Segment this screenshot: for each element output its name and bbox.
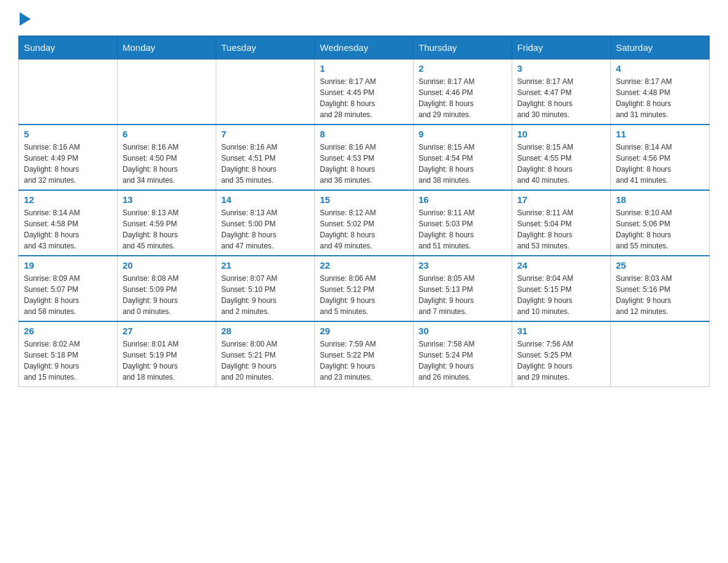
day-number: 22 — [320, 260, 408, 270]
calendar-week-row: 26Sunrise: 8:02 AMSunset: 5:18 PMDayligh… — [19, 321, 710, 387]
day-info: Sunrise: 7:56 AMSunset: 5:25 PMDaylight:… — [517, 339, 605, 383]
day-info: Sunrise: 8:11 AMSunset: 5:04 PMDaylight:… — [517, 207, 605, 251]
calendar-header-row: SundayMondayTuesdayWednesdayThursdayFrid… — [19, 36, 710, 59]
day-number: 24 — [517, 260, 605, 270]
day-info: Sunrise: 8:13 AMSunset: 5:00 PMDaylight:… — [221, 207, 309, 251]
day-info: Sunrise: 8:17 AMSunset: 4:46 PMDaylight:… — [419, 76, 507, 120]
calendar-cell: 11Sunrise: 8:14 AMSunset: 4:56 PMDayligh… — [611, 124, 710, 190]
day-number: 1 — [320, 63, 408, 74]
day-info: Sunrise: 8:09 AMSunset: 5:07 PMDaylight:… — [24, 273, 112, 317]
day-number: 4 — [616, 63, 704, 74]
calendar-week-row: 1Sunrise: 8:17 AMSunset: 4:45 PMDaylight… — [19, 59, 710, 125]
calendar-cell: 31Sunrise: 7:56 AMSunset: 5:25 PMDayligh… — [512, 321, 611, 387]
calendar-cell: 21Sunrise: 8:07 AMSunset: 5:10 PMDayligh… — [216, 256, 315, 321]
calendar-cell: 9Sunrise: 8:15 AMSunset: 4:54 PMDaylight… — [414, 124, 512, 190]
calendar-cell: 6Sunrise: 8:16 AMSunset: 4:50 PMDaylight… — [118, 124, 216, 190]
day-info: Sunrise: 8:03 AMSunset: 5:16 PMDaylight:… — [616, 273, 704, 317]
day-info: Sunrise: 8:10 AMSunset: 5:06 PMDaylight:… — [616, 207, 704, 251]
day-info: Sunrise: 8:11 AMSunset: 5:03 PMDaylight:… — [419, 207, 507, 251]
day-info: Sunrise: 8:15 AMSunset: 4:55 PMDaylight:… — [517, 142, 605, 186]
calendar-cell: 10Sunrise: 8:15 AMSunset: 4:55 PMDayligh… — [512, 124, 611, 190]
calendar-cell: 19Sunrise: 8:09 AMSunset: 5:07 PMDayligh… — [19, 256, 118, 321]
weekday-header-saturday: Saturday — [611, 36, 710, 59]
day-info: Sunrise: 8:04 AMSunset: 5:15 PMDaylight:… — [517, 273, 605, 317]
day-number: 21 — [221, 260, 309, 270]
day-number: 3 — [517, 63, 605, 74]
day-number: 18 — [616, 194, 704, 205]
weekday-header-sunday: Sunday — [19, 36, 118, 59]
calendar-cell: 29Sunrise: 7:59 AMSunset: 5:22 PMDayligh… — [315, 321, 414, 387]
day-number: 16 — [419, 194, 507, 205]
day-info: Sunrise: 8:08 AMSunset: 5:09 PMDaylight:… — [123, 273, 211, 317]
day-number: 5 — [24, 129, 112, 139]
day-number: 26 — [24, 326, 112, 336]
calendar-cell: 16Sunrise: 8:11 AMSunset: 5:03 PMDayligh… — [414, 190, 512, 256]
calendar-cell: 27Sunrise: 8:01 AMSunset: 5:19 PMDayligh… — [118, 321, 216, 387]
calendar-cell: 25Sunrise: 8:03 AMSunset: 5:16 PMDayligh… — [611, 256, 710, 321]
day-number: 29 — [320, 326, 408, 336]
calendar-cell: 15Sunrise: 8:12 AMSunset: 5:02 PMDayligh… — [315, 190, 414, 256]
calendar-cell — [118, 59, 216, 125]
calendar-cell: 30Sunrise: 7:58 AMSunset: 5:24 PMDayligh… — [414, 321, 512, 387]
svg-marker-0 — [20, 12, 31, 26]
calendar-cell: 7Sunrise: 8:16 AMSunset: 4:51 PMDaylight… — [216, 124, 315, 190]
calendar-cell: 26Sunrise: 8:02 AMSunset: 5:18 PMDayligh… — [19, 321, 118, 387]
calendar-cell — [19, 59, 118, 125]
calendar-cell: 1Sunrise: 8:17 AMSunset: 4:45 PMDaylight… — [315, 59, 414, 125]
day-info: Sunrise: 8:16 AMSunset: 4:53 PMDaylight:… — [320, 142, 408, 186]
day-number: 25 — [616, 260, 704, 270]
calendar-cell: 13Sunrise: 8:13 AMSunset: 4:59 PMDayligh… — [118, 190, 216, 256]
weekday-header-thursday: Thursday — [414, 36, 512, 59]
logo-arrow-icon — [20, 12, 31, 26]
calendar-cell — [611, 321, 710, 387]
day-info: Sunrise: 8:17 AMSunset: 4:45 PMDaylight:… — [320, 76, 408, 120]
day-info: Sunrise: 8:14 AMSunset: 4:58 PMDaylight:… — [24, 207, 112, 251]
calendar-cell: 28Sunrise: 8:00 AMSunset: 5:21 PMDayligh… — [216, 321, 315, 387]
day-number: 28 — [221, 326, 309, 336]
calendar-cell: 5Sunrise: 8:16 AMSunset: 4:49 PMDaylight… — [19, 124, 118, 190]
day-number: 30 — [419, 326, 507, 336]
weekday-header-friday: Friday — [512, 36, 611, 59]
weekday-header-wednesday: Wednesday — [315, 36, 414, 59]
page-header — [18, 12, 710, 25]
calendar-cell: 17Sunrise: 8:11 AMSunset: 5:04 PMDayligh… — [512, 190, 611, 256]
day-number: 10 — [517, 129, 605, 139]
calendar-cell: 3Sunrise: 8:17 AMSunset: 4:47 PMDaylight… — [512, 59, 611, 125]
day-info: Sunrise: 8:17 AMSunset: 4:48 PMDaylight:… — [616, 76, 704, 120]
logo — [18, 12, 31, 25]
day-number: 17 — [517, 194, 605, 205]
day-number: 6 — [123, 129, 211, 139]
day-info: Sunrise: 8:00 AMSunset: 5:21 PMDaylight:… — [221, 339, 309, 383]
day-info: Sunrise: 8:02 AMSunset: 5:18 PMDaylight:… — [24, 339, 112, 383]
day-number: 2 — [419, 63, 507, 74]
day-info: Sunrise: 8:15 AMSunset: 4:54 PMDaylight:… — [419, 142, 507, 186]
day-number: 27 — [123, 326, 211, 336]
day-info: Sunrise: 7:58 AMSunset: 5:24 PMDaylight:… — [419, 339, 507, 383]
day-info: Sunrise: 8:16 AMSunset: 4:50 PMDaylight:… — [123, 142, 211, 186]
day-number: 15 — [320, 194, 408, 205]
day-number: 20 — [123, 260, 211, 270]
day-number: 31 — [517, 326, 605, 336]
calendar-table: SundayMondayTuesdayWednesdayThursdayFrid… — [18, 36, 710, 387]
calendar-cell: 22Sunrise: 8:06 AMSunset: 5:12 PMDayligh… — [315, 256, 414, 321]
calendar-cell: 8Sunrise: 8:16 AMSunset: 4:53 PMDaylight… — [315, 124, 414, 190]
weekday-header-tuesday: Tuesday — [216, 36, 315, 59]
calendar-cell: 20Sunrise: 8:08 AMSunset: 5:09 PMDayligh… — [118, 256, 216, 321]
calendar-week-row: 5Sunrise: 8:16 AMSunset: 4:49 PMDaylight… — [19, 124, 710, 190]
day-info: Sunrise: 8:14 AMSunset: 4:56 PMDaylight:… — [616, 142, 704, 186]
calendar-cell: 12Sunrise: 8:14 AMSunset: 4:58 PMDayligh… — [19, 190, 118, 256]
weekday-header-monday: Monday — [118, 36, 216, 59]
day-info: Sunrise: 8:12 AMSunset: 5:02 PMDaylight:… — [320, 207, 408, 251]
day-number: 23 — [419, 260, 507, 270]
calendar-week-row: 19Sunrise: 8:09 AMSunset: 5:07 PMDayligh… — [19, 256, 710, 321]
day-number: 14 — [221, 194, 309, 205]
day-info: Sunrise: 8:07 AMSunset: 5:10 PMDaylight:… — [221, 273, 309, 317]
day-number: 12 — [24, 194, 112, 205]
calendar-cell: 14Sunrise: 8:13 AMSunset: 5:00 PMDayligh… — [216, 190, 315, 256]
day-info: Sunrise: 8:17 AMSunset: 4:47 PMDaylight:… — [517, 76, 605, 120]
day-number: 13 — [123, 194, 211, 205]
day-number: 8 — [320, 129, 408, 139]
day-info: Sunrise: 8:01 AMSunset: 5:19 PMDaylight:… — [123, 339, 211, 383]
calendar-week-row: 12Sunrise: 8:14 AMSunset: 4:58 PMDayligh… — [19, 190, 710, 256]
day-info: Sunrise: 8:16 AMSunset: 4:49 PMDaylight:… — [24, 142, 112, 186]
